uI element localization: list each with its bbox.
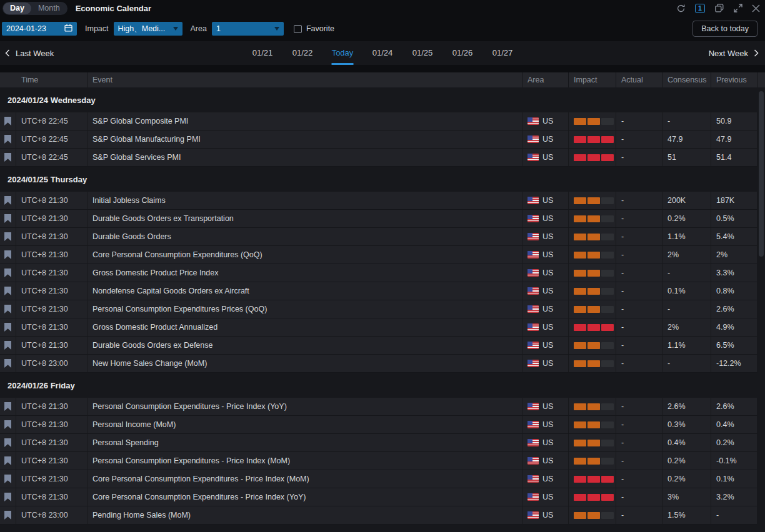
chevron-down-icon	[274, 27, 279, 31]
bookmark-icon[interactable]	[4, 438, 11, 447]
event-row[interactable]: UTC+8 21:30Initial Jobless ClaimsUS-200K…	[0, 192, 765, 210]
next-week-button[interactable]: Next Week	[709, 49, 759, 58]
bookmark-cell[interactable]	[0, 434, 16, 451]
time-cell: UTC+8 23:00	[16, 506, 88, 524]
bookmark-cell[interactable]	[0, 398, 16, 415]
bookmark-icon[interactable]	[4, 456, 11, 465]
week-day-tab[interactable]: 01/26	[451, 41, 474, 65]
bookmark-cell[interactable]	[0, 470, 16, 488]
bookmark-cell[interactable]	[0, 282, 16, 300]
event-row[interactable]: UTC+8 21:30Durable Goods Orders ex Trans…	[0, 210, 765, 228]
time-cell: UTC+8 21:30	[16, 264, 88, 282]
last-week-button[interactable]: Last Week	[5, 49, 54, 58]
close-icon[interactable]	[752, 4, 760, 12]
impact-medium-indicator	[574, 234, 614, 240]
bookmark-cell[interactable]	[0, 149, 16, 166]
divider	[0, 65, 765, 72]
event-row[interactable]: UTC+8 21:30Core Personal Consumption Exp…	[0, 488, 765, 506]
bookmark-cell[interactable]	[0, 506, 16, 524]
bookmark-cell[interactable]	[0, 452, 16, 470]
bookmark-icon[interactable]	[4, 341, 11, 350]
bookmark-icon[interactable]	[4, 250, 11, 259]
bookmark-cell[interactable]	[0, 210, 16, 227]
event-row[interactable]: UTC+8 21:30Personal SpendingUS-0.4%0.2%	[0, 434, 765, 452]
time-cell: UTC+8 21:30	[16, 192, 88, 209]
impact-filter-select[interactable]: High、Medi...	[114, 22, 182, 36]
week-day-tab[interactable]: 01/22	[291, 41, 314, 65]
actual-cell: -	[616, 337, 662, 354]
scrollbar-thumb[interactable]	[759, 91, 764, 257]
bookmark-icon[interactable]	[4, 214, 11, 223]
refresh-icon[interactable]	[676, 4, 686, 13]
bookmark-icon[interactable]	[4, 359, 11, 368]
area-cell: US	[522, 355, 569, 372]
bookmark-icon[interactable]	[4, 493, 11, 501]
bookmark-cell[interactable]	[0, 131, 16, 148]
bookmark-cell[interactable]	[0, 300, 16, 318]
back-to-today-button[interactable]: Back to today	[692, 21, 758, 37]
bookmark-cell[interactable]	[0, 416, 16, 433]
event-row[interactable]: UTC+8 22:45S&P Global Services PMIUS-515…	[0, 149, 765, 167]
bookmark-icon[interactable]	[4, 268, 11, 277]
bookmark-icon[interactable]	[4, 135, 11, 144]
event-row[interactable]: UTC+8 21:30Core Personal Consumption Exp…	[0, 246, 765, 264]
vertical-scrollbar[interactable]	[758, 87, 765, 532]
cascade-windows-icon[interactable]	[714, 3, 724, 13]
bookmark-icon[interactable]	[4, 475, 11, 483]
event-row[interactable]: UTC+8 21:30Personal Income (MoM)US-0.3%0…	[0, 416, 765, 434]
bookmark-cell[interactable]	[0, 264, 16, 282]
bookmark-cell[interactable]	[0, 246, 16, 264]
bookmark-cell[interactable]	[0, 192, 16, 209]
bookmark-icon[interactable]	[4, 196, 11, 205]
actual-cell: -	[616, 398, 662, 415]
event-row[interactable]: UTC+8 23:00Pending Home Sales (MoM)US-1.…	[0, 506, 765, 525]
area-filter-select[interactable]: 1	[212, 22, 284, 36]
bookmark-cell[interactable]	[0, 355, 16, 372]
bookmark-icon[interactable]	[4, 420, 11, 429]
bookmark-cell[interactable]	[0, 318, 16, 336]
event-row[interactable]: UTC+8 22:45S&P Global Composite PMIUS--5…	[0, 112, 765, 131]
panel-count-icon[interactable]: 1	[695, 4, 705, 13]
expand-icon[interactable]	[734, 4, 742, 12]
area-label: US	[542, 214, 553, 223]
bookmark-cell[interactable]	[0, 488, 16, 506]
event-row[interactable]: UTC+8 23:00New Home Sales Change (MoM)US…	[0, 355, 765, 373]
bookmark-cell[interactable]	[0, 337, 16, 354]
bookmark-cell[interactable]	[0, 112, 16, 130]
bookmark-icon[interactable]	[4, 153, 11, 162]
date-picker[interactable]: 2024-01-23	[2, 22, 77, 36]
bookmark-icon[interactable]	[4, 287, 11, 295]
week-day-tab[interactable]: Today	[331, 41, 354, 65]
area-label: US	[542, 117, 553, 126]
event-row[interactable]: UTC+8 21:30Durable Goods OrdersUS-1.1%5.…	[0, 228, 765, 246]
actual-cell: -	[616, 434, 662, 451]
event-row[interactable]: UTC+8 21:30Gross Domestic Product Price …	[0, 264, 765, 282]
bookmark-icon[interactable]	[4, 402, 11, 411]
event-row[interactable]: UTC+8 21:30Core Personal Consumption Exp…	[0, 470, 765, 488]
tab-day[interactable]: Day	[3, 2, 31, 14]
week-day-tab[interactable]: 01/27	[491, 41, 514, 65]
impact-segment	[574, 342, 586, 349]
event-row[interactable]: UTC+8 21:30Gross Domestic Product Annual…	[0, 318, 765, 337]
event-row[interactable]: UTC+8 21:30Personal Consumption Expendit…	[0, 300, 765, 318]
week-day-tab[interactable]: 01/21	[251, 41, 274, 65]
bookmark-icon[interactable]	[4, 117, 11, 126]
area-cell: US	[522, 452, 569, 470]
area-label: US	[542, 359, 553, 368]
event-row[interactable]: UTC+8 22:45S&P Global Manufacturing PMIU…	[0, 131, 765, 149]
event-row[interactable]: UTC+8 21:30Personal Consumption Expendit…	[0, 398, 765, 416]
bookmark-icon[interactable]	[4, 232, 11, 241]
impact-cell	[569, 355, 616, 372]
bookmark-cell[interactable]	[0, 228, 16, 245]
bookmark-icon[interactable]	[4, 323, 11, 332]
tab-month[interactable]: Month	[31, 2, 67, 14]
favorite-checkbox[interactable]	[294, 25, 302, 33]
impact-segment	[601, 494, 614, 501]
bookmark-icon[interactable]	[4, 511, 11, 520]
bookmark-icon[interactable]	[4, 305, 11, 313]
event-row[interactable]: UTC+8 21:30Durable Goods Orders ex Defen…	[0, 337, 765, 355]
event-row[interactable]: UTC+8 21:30Nondefense Capital Goods Orde…	[0, 282, 765, 300]
week-day-tab[interactable]: 01/25	[411, 41, 434, 65]
week-day-tab[interactable]: 01/24	[371, 41, 394, 65]
event-row[interactable]: UTC+8 21:30Personal Consumption Expendit…	[0, 452, 765, 470]
